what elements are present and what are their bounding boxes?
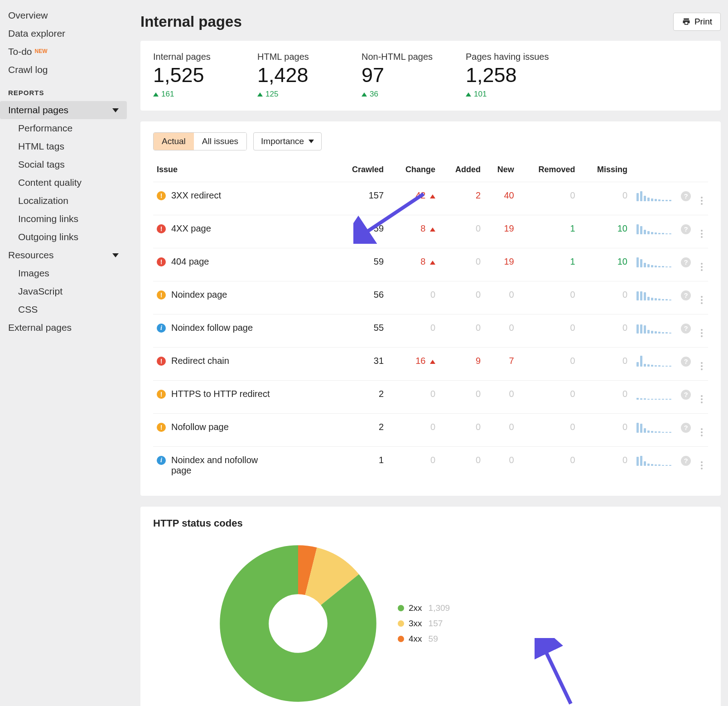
cell-missing: 0	[579, 447, 631, 484]
cell-added: 0	[439, 414, 484, 447]
sidebar-subitem[interactable]: JavaScript	[0, 282, 127, 300]
cell-change: 0	[387, 381, 439, 414]
help-icon[interactable]: ?	[681, 390, 691, 400]
err-icon: !	[157, 224, 166, 233]
issue-name: Noindex and nofollow page	[171, 455, 279, 476]
col-missing: Missing	[579, 160, 631, 182]
cell-change: 0	[387, 447, 439, 484]
table-row[interactable]: iNoindex follow page5500000?	[153, 314, 708, 348]
issue-name: Nofollow page	[171, 422, 229, 432]
kebab-menu-icon[interactable]	[699, 360, 704, 372]
segmented-control: Actual All issues	[153, 132, 247, 150]
cell-missing: 0	[579, 414, 631, 447]
sidebar-subitem[interactable]: Incoming links	[0, 210, 127, 228]
cell-change: 8	[387, 248, 439, 281]
cell-removed: 0	[518, 414, 579, 447]
table-row[interactable]: !Noindex page5600000?	[153, 281, 708, 314]
sidebar-item-label: To-doNEW	[8, 46, 48, 57]
chart-legend: 2xx1,3093xx1574xx59	[398, 603, 450, 644]
cell-new: 0	[484, 414, 518, 447]
sidebar-subitem[interactable]: Localization	[0, 192, 127, 210]
sidebar-subitem[interactable]: Social tags	[0, 155, 127, 174]
kebab-menu-icon[interactable]	[699, 426, 704, 438]
help-icon[interactable]: ?	[681, 324, 691, 334]
sparkline	[636, 190, 673, 201]
sparkline	[636, 356, 673, 367]
kebab-menu-icon[interactable]	[699, 294, 704, 306]
cell-crawled: 1	[333, 447, 387, 484]
cell-added: 0	[439, 314, 484, 348]
main: Internal pages Print Internal pages1,525…	[127, 0, 728, 706]
importance-dropdown[interactable]: Importance	[253, 132, 322, 150]
help-icon[interactable]: ?	[681, 191, 691, 201]
table-row[interactable]: !HTTPS to HTTP redirect200000?	[153, 381, 708, 414]
kpi: HTML pages1,428125	[257, 52, 334, 99]
help-icon[interactable]: ?	[681, 224, 691, 234]
legend-value: 59	[429, 634, 438, 644]
sidebar-item[interactable]: Data explorer	[0, 24, 127, 43]
cell-change: 0	[387, 414, 439, 447]
sidebar-item[interactable]: Overview	[0, 6, 127, 24]
kebab-menu-icon[interactable]	[699, 195, 704, 207]
issue-name: Noindex follow page	[171, 323, 253, 333]
kebab-menu-icon[interactable]	[699, 393, 704, 405]
table-row[interactable]: !Redirect chain3116 9700?	[153, 348, 708, 381]
sparkline	[636, 256, 673, 267]
sidebar-item-label: Crawl log	[8, 64, 48, 75]
cell-missing: 0	[579, 182, 631, 215]
sidebar-item[interactable]: To-doNEW	[0, 43, 127, 61]
sidebar-item-resources[interactable]: Resources	[0, 246, 127, 264]
tab-all-issues[interactable]: All issues	[194, 133, 246, 150]
donut-chart[interactable]	[217, 542, 380, 705]
kebab-menu-icon[interactable]	[699, 327, 704, 339]
table-row[interactable]: !4XX page598 019110?	[153, 215, 708, 248]
legend-item[interactable]: 4xx59	[398, 634, 450, 644]
kpi: Pages having issues1,258101	[466, 52, 570, 99]
cell-added: 0	[439, 248, 484, 281]
kebab-menu-icon[interactable]	[699, 459, 704, 471]
kebab-menu-icon[interactable]	[699, 228, 704, 240]
table-row[interactable]: iNoindex and nofollow page100000?	[153, 447, 708, 484]
kebab-menu-icon[interactable]	[699, 261, 704, 273]
sidebar-item-label: Data explorer	[8, 28, 65, 39]
tab-actual[interactable]: Actual	[154, 133, 194, 150]
table-row[interactable]: !404 page598 019110?	[153, 248, 708, 281]
kpi-delta: 125	[257, 90, 334, 99]
cell-new: 0	[484, 447, 518, 484]
help-icon[interactable]: ?	[681, 357, 691, 367]
cell-removed: 0	[518, 182, 579, 215]
chevron-down-icon	[112, 108, 119, 112]
chevron-down-icon	[112, 253, 119, 257]
sparkline	[636, 389, 673, 400]
print-button[interactable]: Print	[673, 13, 721, 31]
cell-change: 0	[387, 314, 439, 348]
sidebar-subitem[interactable]: CSS	[0, 300, 127, 319]
sidebar-item-internal-pages[interactable]: Internal pages	[0, 101, 127, 119]
help-icon[interactable]: ?	[681, 423, 691, 433]
sidebar-subitem[interactable]: Images	[0, 264, 127, 282]
kpi-label: Pages having issues	[466, 52, 570, 62]
sidebar-item-external-pages[interactable]: External pages	[0, 319, 127, 337]
cell-added: 0	[439, 381, 484, 414]
help-icon[interactable]: ?	[681, 257, 691, 267]
err-icon: !	[157, 357, 166, 366]
sidebar-subitem[interactable]: HTML tags	[0, 137, 127, 155]
sidebar-subitem[interactable]: Outgoing links	[0, 228, 127, 246]
help-icon[interactable]: ?	[681, 290, 691, 300]
legend-value: 157	[429, 619, 443, 629]
legend-item[interactable]: 2xx1,309	[398, 603, 450, 613]
help-icon[interactable]: ?	[681, 456, 691, 466]
table-row[interactable]: !Nofollow page200000?	[153, 414, 708, 447]
sidebar-subitem[interactable]: Performance	[0, 119, 127, 137]
cell-removed: 1	[518, 248, 579, 281]
sidebar-subitem[interactable]: Content quality	[0, 174, 127, 192]
cell-change: 16	[387, 348, 439, 381]
sparkline	[636, 422, 673, 433]
legend-item[interactable]: 3xx157	[398, 619, 450, 629]
table-row[interactable]: !3XX redirect15742 24000?	[153, 182, 708, 215]
cell-removed: 0	[518, 348, 579, 381]
sidebar-item[interactable]: Crawl log	[0, 61, 127, 79]
status-chart-card: HTTP status codes 2xx1,3093xx1574xx59	[140, 507, 721, 706]
cell-added: 0	[439, 281, 484, 314]
cell-crawled: 157	[333, 182, 387, 215]
